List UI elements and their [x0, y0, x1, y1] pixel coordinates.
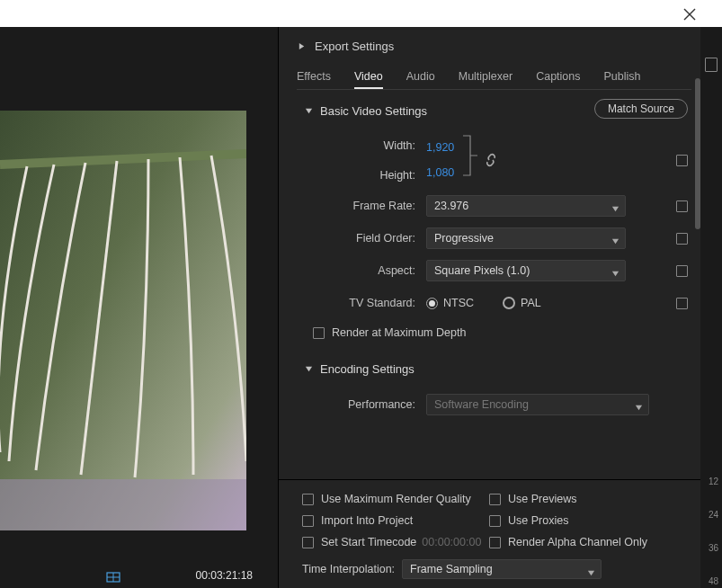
use-proxies-label: Use Proxies: [508, 514, 568, 527]
tab-multiplexer[interactable]: Multiplexer: [459, 70, 513, 89]
ntsc-radio[interactable]: [426, 298, 438, 309]
dimensions-lock-checkbox[interactable]: [676, 155, 688, 166]
encoding-settings-header[interactable]: Encoding Settings: [304, 362, 691, 376]
aspect-select[interactable]: Square Pixels (1.0): [426, 260, 626, 281]
document-icon[interactable]: [705, 58, 718, 72]
chevron-down-icon: [611, 236, 619, 248]
aspect-lock-checkbox[interactable]: [676, 265, 688, 277]
tab-effects[interactable]: Effects: [297, 70, 331, 89]
time-interpolation-label: Time Interpolation:: [302, 563, 395, 575]
side-column: 12 24 36 48: [700, 27, 722, 588]
section-title: Export Settings: [315, 40, 394, 53]
svg-marker-13: [305, 367, 311, 371]
set-start-tc-label: Set Start Timecode: [321, 536, 416, 548]
match-source-button[interactable]: Match Source: [594, 99, 688, 119]
height-value[interactable]: 1,080: [426, 166, 454, 179]
pal-radio[interactable]: [503, 297, 515, 309]
side-num: 36: [709, 543, 718, 553]
use-previews-label: Use Previews: [508, 493, 576, 505]
field-order-lock-checkbox[interactable]: [676, 233, 688, 245]
ntsc-label: NTSC: [443, 297, 474, 309]
frame-rate-label: Frame Rate:: [304, 200, 426, 212]
chevron-down-icon: [635, 402, 643, 414]
svg-rect-4: [0, 479, 246, 530]
chevron-down-icon: [587, 567, 595, 580]
performance-select: Software Encoding: [426, 394, 649, 415]
tab-captions[interactable]: Captions: [536, 70, 580, 89]
preview-timecode: 00:03:21:18: [196, 569, 253, 582]
video-preview[interactable]: [0, 111, 246, 530]
chevron-down-icon: [304, 107, 313, 116]
link-dimensions-icon[interactable]: [481, 150, 501, 170]
chevron-down-icon: [611, 268, 619, 281]
aspect-label: Aspect:: [304, 264, 426, 277]
svg-marker-12: [612, 272, 619, 276]
svg-marker-10: [612, 207, 619, 211]
frame-rate-select[interactable]: 23.976: [426, 195, 626, 217]
import-project-label: Import Into Project: [321, 514, 413, 527]
tv-standard-lock-checkbox[interactable]: [676, 298, 688, 309]
svg-marker-9: [305, 109, 311, 113]
render-alpha-label: Render Alpha Channel Only: [508, 536, 647, 548]
time-interpolation-select[interactable]: Frame Sampling: [402, 559, 602, 579]
performance-label: Performance:: [304, 398, 426, 411]
svg-marker-15: [588, 571, 594, 575]
height-label: Height:: [304, 160, 426, 190]
side-num: 12: [709, 477, 718, 486]
field-order-label: Field Order:: [304, 232, 426, 245]
side-num: 48: [709, 576, 718, 586]
svg-marker-8: [299, 43, 303, 49]
pal-label: PAL: [521, 297, 541, 309]
preview-pane: 00:03:21:18: [0, 27, 279, 588]
crop-icon[interactable]: [106, 572, 120, 583]
tab-audio[interactable]: Audio: [406, 70, 435, 89]
use-proxies-checkbox[interactable]: [489, 515, 501, 527]
chevron-down-icon: [611, 203, 619, 216]
scrollbar[interactable]: [695, 78, 700, 229]
field-order-select[interactable]: Progressive: [426, 227, 626, 249]
tab-publish[interactable]: Publish: [604, 70, 641, 89]
use-max-render-checkbox[interactable]: [302, 494, 314, 505]
side-num: 24: [709, 510, 718, 520]
link-bracket-icon: [461, 130, 477, 181]
import-project-checkbox[interactable]: [302, 515, 314, 527]
render-max-depth-label: Render at Maximum Depth: [332, 326, 466, 339]
width-value[interactable]: 1,920: [426, 141, 454, 154]
use-previews-checkbox[interactable]: [489, 494, 501, 505]
use-max-render-label: Use Maximum Render Quality: [321, 493, 471, 505]
tab-video[interactable]: Video: [354, 70, 383, 89]
frame-rate-lock-checkbox[interactable]: [676, 200, 688, 212]
export-settings-header[interactable]: Export Settings: [297, 27, 691, 63]
start-tc-value: 00:00:00:00: [422, 536, 481, 548]
render-alpha-checkbox[interactable]: [489, 537, 501, 548]
svg-marker-14: [636, 405, 642, 410]
tabs: Effects Video Audio Multiplexer Captions…: [297, 63, 691, 90]
set-start-tc-checkbox[interactable]: [302, 537, 314, 548]
close-icon[interactable]: [682, 7, 697, 22]
chevron-right-icon: [297, 42, 306, 51]
render-max-depth-checkbox[interactable]: [313, 327, 325, 339]
chevron-down-icon: [304, 365, 313, 374]
svg-marker-11: [612, 239, 619, 244]
tv-standard-label: TV Standard:: [304, 297, 426, 309]
width-label: Width:: [304, 130, 426, 160]
